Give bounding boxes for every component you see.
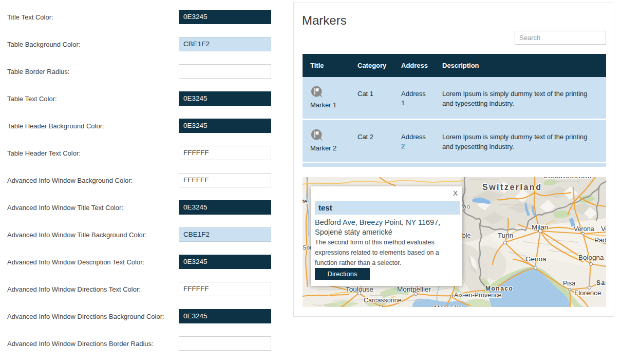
marker-category: Cat 1 [350,77,393,119]
field-label: Advanced Info Window Description Text Co… [7,258,144,265]
field-label: Advanced Info Window Title Background Co… [7,231,147,238]
map-label: Montpellier [397,285,431,293]
field-input[interactable] [179,282,271,296]
city-dot [589,262,593,266]
map-label: Switzerland [482,183,542,192]
field-label: Table Text Color: [7,94,57,102]
panel-title: Markers [302,13,347,28]
info-window-title: test [315,201,460,215]
marker-icon [310,128,324,142]
map-label: Aix-en-Provence [454,292,501,299]
field-label: Advanced Info Window Title Text Color: [7,203,123,211]
marker-description: Lorem Ipsum is simply dummy text of the … [435,77,606,119]
city-dot [534,266,537,270]
map[interactable]: SwitzerlandLiechtensteinMilanVeronaVenic… [303,177,606,307]
map-label: Neuchâtel [303,198,309,204]
field-label: Advanced Info Window Background Color: [7,176,133,184]
field-input[interactable] [179,64,271,79]
field-label: Table Border Radius: [7,67,69,75]
field-label: Table Background Color: [7,40,80,48]
marker-icon [310,85,324,99]
city-dot [588,286,591,290]
field-label: Table Header Text Color: [7,149,81,157]
map-label: Carcassonne [364,297,402,304]
marker-address: Address 2 [393,120,435,162]
marker-category: Cat 2 [350,120,393,162]
table-row: Marker 1Cat 1Address 1Lorem Ipsum is sim… [303,77,606,119]
field-label: Advanced Info Window Directions Backgrou… [7,312,164,320]
city-dot [467,205,470,208]
marker-title-cell: Marker 2 [303,120,350,162]
field-label: Title Text Color: [7,13,53,21]
field-label: Advanced Info Window Directions Text Col… [7,285,141,293]
settings-form: Title Text Color:Table Background Color:… [7,3,279,357]
city-dot [503,241,507,244]
city-dot [450,295,453,297]
col-description: Description [435,62,606,69]
field-input[interactable] [179,200,271,215]
info-window-address: Bedford Ave, Breezy Point, NY 11697, Spo… [315,218,457,237]
map-label: Florence [574,289,601,297]
field-input[interactable] [179,336,271,351]
field-input[interactable] [179,309,271,323]
field-input[interactable] [179,91,271,106]
markers-table: Title Category Address Description Marke… [303,54,606,167]
city-dot [414,292,418,296]
marker-title-cell: Marker 1 [303,77,350,119]
city-dot [568,288,571,291]
city-dot [380,305,383,307]
field-label: Table Header Background Color: [7,122,104,129]
map-label: San Marino [596,279,606,286]
table-row: Marker 2Cat 2Address 2Lorem Ipsum is sim… [303,120,606,162]
markers-panel: Markers Title Category Address Descripti… [293,3,614,317]
map-label: Marseille [434,304,462,307]
marker-address: Address 1 [393,77,435,119]
table-footer [303,163,606,167]
map-label: Verona [574,225,594,233]
directions-button[interactable]: Directions [315,268,370,280]
close-icon[interactable]: X [453,190,458,197]
map-label: Genoa [525,255,546,263]
field-input[interactable] [179,146,271,160]
city-dot [538,229,542,233]
table-header: Title Category Address Description [303,54,606,77]
field-label: Advanced Info Window Directions Border R… [7,339,154,347]
map-label: Venice [601,225,606,233]
info-window-description: The second form of this method evaluates… [315,237,449,268]
field-input[interactable] [179,10,271,24]
col-category: Category [350,62,393,69]
field-input[interactable] [179,173,271,187]
map-label: Pisa [563,280,575,287]
city-dot [581,232,585,235]
map-label: Monaco [485,285,513,292]
field-input[interactable] [179,119,271,133]
map-label: Liechtenstein [544,177,592,179]
map-label: Turin [498,232,513,239]
marker-title: Marker 1 [310,101,345,110]
col-address: Address [393,62,435,69]
info-window: X test Bedford Ave, Breezy Point, NY 116… [311,186,462,286]
marker-description: Lorem Ipsum is simply dummy text of the … [435,120,606,162]
field-input[interactable] [179,227,271,242]
map-label: Bologna [578,254,604,261]
field-input[interactable] [179,37,271,51]
city-dot [357,292,361,295]
markers-table-body: Marker 1Cat 1Address 1Lorem Ipsum is sim… [303,77,606,162]
map-label: Padua [594,236,606,244]
field-input[interactable] [179,255,271,269]
search-input[interactable] [515,31,606,45]
col-title: Title [303,62,350,69]
marker-title: Marker 2 [310,144,345,153]
